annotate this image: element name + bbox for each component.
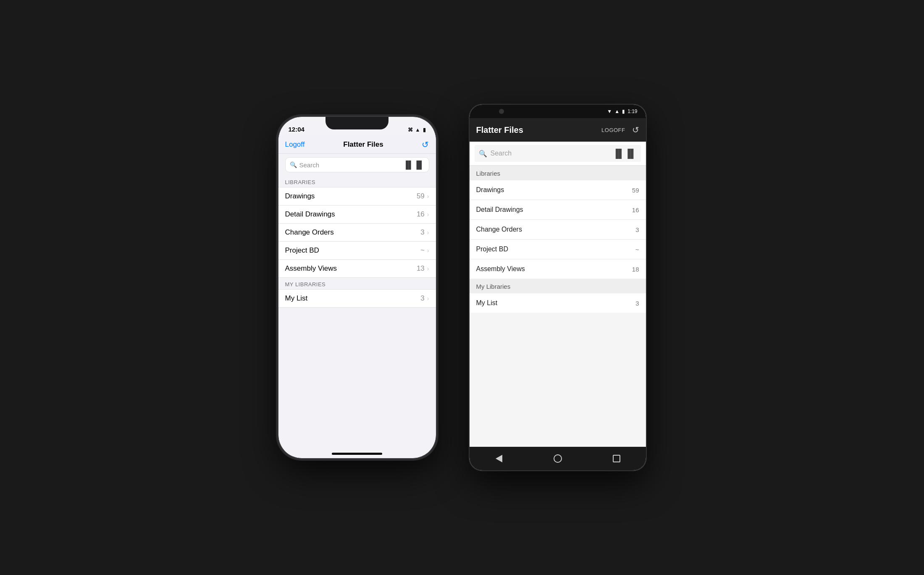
ios-logoff-button[interactable]: Logoff — [285, 140, 305, 149]
ios-item-count: 16 — [417, 210, 425, 219]
ios-item-label: Drawings — [285, 192, 315, 200]
ios-search-bar: 🔍 Search ▐▌▐▌ — [278, 154, 436, 176]
ios-libraries-list: Drawings 59 › Detail Drawings 16 › Chang… — [278, 187, 436, 278]
chevron-right-icon: › — [427, 295, 429, 302]
wifi-icon: ▼ — [607, 108, 612, 114]
android-home-button[interactable] — [550, 451, 565, 466]
android-app-bar: Flatter Files LOGOFF ↺ — [470, 118, 646, 142]
android-list-item-assembly-views[interactable]: Assembly Views 18 — [470, 259, 646, 279]
battery-icon: ▮ — [622, 108, 625, 114]
android-search-input[interactable]: 🔍 Search ▐▌▐▌ — [475, 145, 641, 162]
ios-time: 12:04 — [289, 126, 304, 133]
android-list-item-my-list[interactable]: My List 3 — [470, 293, 646, 313]
barcode-icon: ▐▌▐▌ — [613, 149, 637, 158]
ios-item-count: 3 — [420, 294, 424, 303]
android-item-label: Assembly Views — [476, 265, 525, 273]
ios-phone: 12:04 ⌘ ▲ ▮ Logoff Flatter Files ↺ 🔍 Sea… — [278, 117, 436, 458]
ios-my-libraries-list: My List 3 › — [278, 289, 436, 308]
android-list-item-project-bd[interactable]: Project BD ~ — [470, 240, 646, 259]
ios-item-count: 59 — [417, 192, 425, 200]
ios-app-title: Flatter Files — [343, 140, 383, 149]
android-libraries-list: Drawings 59 Detail Drawings 16 Change Or… — [470, 180, 646, 279]
battery-icon: ▮ — [423, 127, 426, 133]
ios-status-icons: ⌘ ▲ ▮ — [408, 127, 426, 133]
ios-item-label: Detail Drawings — [285, 210, 335, 219]
android-content: Libraries Drawings 59 Detail Drawings 16… — [470, 166, 646, 447]
back-icon — [496, 455, 502, 462]
ios-home-indicator — [332, 453, 382, 455]
android-item-count: 16 — [632, 206, 639, 214]
chevron-right-icon: › — [427, 193, 429, 200]
ios-nav-bar: Logoff Flatter Files ↺ — [278, 135, 436, 154]
ios-search-placeholder: Search — [299, 161, 401, 169]
ios-item-label: Assembly Views — [285, 264, 337, 273]
android-libraries-section-header: Libraries — [470, 166, 646, 180]
ios-list-item-my-list[interactable]: My List 3 › — [278, 290, 436, 307]
android-item-label: My List — [476, 299, 498, 307]
barcode-icon: ▐▌▐▌ — [403, 161, 424, 169]
android-item-label: Drawings — [476, 186, 504, 194]
ios-item-label: Change Orders — [285, 228, 334, 237]
android-recents-button[interactable] — [609, 451, 624, 466]
front-camera — [499, 109, 504, 114]
android-status-icons: ▼ ▲ ▮ 1:19 — [607, 108, 637, 114]
ios-list-item-detail-drawings[interactable]: Detail Drawings 16 › — [278, 206, 436, 224]
signal-icon: ▲ — [614, 108, 620, 114]
ios-my-libraries-section-header: MY LIBRARIES — [278, 278, 436, 289]
android-phone: ▼ ▲ ▮ 1:19 Flatter Files LOGOFF ↺ 🔍 Sear… — [470, 105, 646, 470]
android-item-label: Detail Drawings — [476, 206, 523, 214]
android-search-placeholder: Search — [491, 150, 609, 157]
android-item-count: 3 — [635, 226, 639, 233]
ios-list-item-assembly-views[interactable]: Assembly Views 13 › — [278, 260, 436, 277]
android-item-count: 18 — [632, 266, 639, 273]
android-bottom-nav — [470, 447, 646, 470]
android-item-label: Project BD — [476, 245, 508, 253]
android-list-item-drawings[interactable]: Drawings 59 — [470, 180, 646, 200]
ios-item-count: 3 — [420, 228, 424, 237]
android-my-libraries-list: My List 3 — [470, 293, 646, 313]
ios-item-count: ~ — [420, 246, 425, 255]
android-list-item-detail-drawings[interactable]: Detail Drawings 16 — [470, 200, 646, 220]
ios-content: LIBRARIES Drawings 59 › Detail Drawings … — [278, 176, 436, 444]
android-item-count: 59 — [632, 187, 639, 194]
android-logoff-button[interactable]: LOGOFF — [601, 127, 625, 133]
android-refresh-button[interactable]: ↺ — [632, 125, 639, 135]
ios-item-label: My List — [285, 294, 308, 303]
search-icon: 🔍 — [479, 150, 487, 158]
ios-item-label: Project BD — [285, 246, 319, 255]
ios-list-item-change-orders[interactable]: Change Orders 3 › — [278, 224, 436, 242]
wifi-icon: ⌘ — [408, 127, 413, 133]
ios-notch — [326, 117, 388, 129]
ios-list-item-drawings[interactable]: Drawings 59 › — [278, 187, 436, 206]
android-item-count: 3 — [635, 300, 639, 307]
android-back-button[interactable] — [491, 451, 507, 466]
android-list-item-change-orders[interactable]: Change Orders 3 — [470, 220, 646, 240]
ios-refresh-button[interactable]: ↺ — [422, 140, 429, 150]
chevron-right-icon: › — [427, 265, 429, 272]
android-item-label: Change Orders — [476, 226, 522, 233]
signal-icon: ▲ — [415, 127, 420, 133]
android-my-libraries-section-header: My Libraries — [470, 279, 646, 293]
home-icon — [554, 454, 562, 463]
ios-list-item-project-bd[interactable]: Project BD ~ › — [278, 242, 436, 260]
android-search-bar: 🔍 Search ▐▌▐▌ — [470, 142, 646, 166]
recents-icon — [613, 455, 620, 462]
chevron-right-icon: › — [427, 229, 429, 236]
android-time: 1:19 — [627, 108, 637, 114]
ios-item-count: 13 — [417, 264, 425, 273]
android-app-title: Flatter Files — [476, 125, 523, 135]
android-top-bar: ▼ ▲ ▮ 1:19 — [470, 105, 646, 118]
chevron-right-icon: › — [427, 211, 429, 218]
chevron-right-icon: › — [427, 247, 429, 254]
ios-libraries-section-header: LIBRARIES — [278, 176, 436, 187]
search-icon: 🔍 — [290, 161, 297, 168]
ios-search-input[interactable]: 🔍 Search ▐▌▐▌ — [285, 157, 429, 172]
android-app-actions: LOGOFF ↺ — [601, 125, 639, 135]
android-item-count: ~ — [635, 246, 639, 253]
